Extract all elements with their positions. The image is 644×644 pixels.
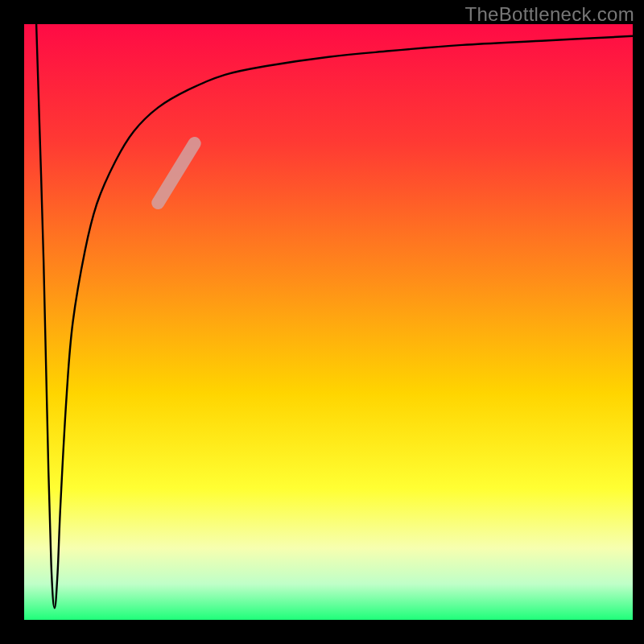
attribution-text: TheBottleneck.com — [464, 3, 634, 26]
gradient-background — [24, 24, 633, 620]
plot-area — [24, 24, 633, 620]
plot-svg — [24, 24, 633, 620]
chart-frame: TheBottleneck.com — [0, 0, 644, 644]
